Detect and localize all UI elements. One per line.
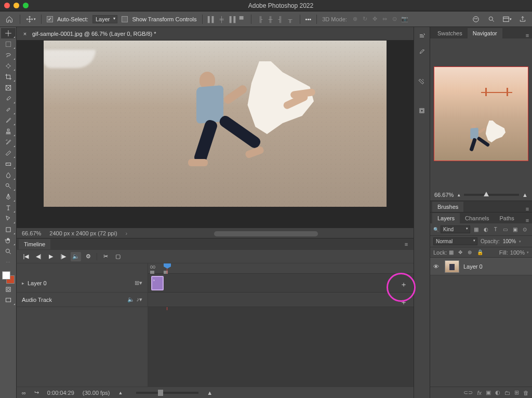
video-clip[interactable]: ›	[151, 276, 164, 290]
link-layers-icon[interactable]: ⊂⊃	[463, 389, 473, 396]
dist-1-icon[interactable]: ╟	[257, 16, 265, 23]
filter-shape-icon[interactable]: ▭	[501, 225, 510, 234]
swatches-tab[interactable]: Swatches	[432, 28, 468, 38]
quick-select-tool[interactable]	[1, 61, 16, 71]
zoom-in-icon[interactable]: ▲	[522, 192, 528, 198]
stamp-tool[interactable]	[1, 126, 16, 137]
tool-edit[interactable]: ⋯	[1, 257, 16, 268]
shape-tool[interactable]	[1, 224, 16, 235]
blend-mode-dropdown[interactable]: Normal	[433, 237, 477, 245]
path-select-tool[interactable]	[1, 214, 16, 224]
play-icon[interactable]: ▶	[46, 252, 56, 261]
home-icon[interactable]	[4, 14, 15, 24]
search-icon[interactable]	[486, 14, 497, 24]
libraries-panel-icon[interactable]	[416, 105, 428, 116]
color-swatches[interactable]	[2, 271, 15, 284]
frame-tool[interactable]	[1, 83, 16, 93]
split-clip-icon[interactable]: ✂	[100, 252, 111, 261]
lock-all-icon[interactable]: 🔒	[477, 249, 484, 255]
zoom-level-readout[interactable]: 66.67%	[22, 230, 41, 236]
layer-group-icon[interactable]: 🗀	[504, 390, 510, 396]
new-layer-icon[interactable]: ⊞	[514, 389, 519, 396]
auto-select-dropdown[interactable]: Layer	[92, 15, 118, 23]
crop-tool[interactable]	[1, 72, 16, 82]
navigator-preview[interactable]	[434, 67, 528, 161]
add-media-button[interactable]: ＋	[399, 280, 408, 289]
zoom-out-icon[interactable]: ▲	[457, 193, 461, 197]
timeline-export-icon[interactable]: ↪	[34, 389, 39, 396]
panel-menu-icon[interactable]: ≡	[523, 206, 532, 212]
layer-mask-icon[interactable]: ▣	[486, 389, 491, 396]
show-transform-checkbox[interactable]	[122, 16, 128, 22]
fill-value[interactable]: 100%	[510, 249, 525, 256]
filter-smart-icon[interactable]: ▣	[511, 225, 519, 234]
brushes-tab[interactable]: Brushes	[432, 202, 463, 212]
foreground-color[interactable]	[2, 271, 10, 280]
timeline-track-layer0[interactable]: ▸ Layer 0 ⊞▾	[17, 274, 148, 293]
layer-filter-dropdown[interactable]: Kind	[441, 225, 470, 233]
dist-3-icon[interactable]: ╢	[276, 16, 285, 23]
close-tab-icon[interactable]: ×	[22, 31, 28, 37]
gradient-tool[interactable]	[1, 159, 16, 169]
transition-icon[interactable]: ▢	[113, 252, 123, 261]
track-options-icon[interactable]: ⊞▾	[135, 280, 142, 286]
heal-tool[interactable]	[1, 104, 16, 115]
lock-artboard-icon[interactable]: ⊕	[468, 249, 475, 255]
eyedropper-tool[interactable]	[1, 94, 16, 104]
properties-panel-icon[interactable]	[416, 47, 428, 58]
navigator-tab[interactable]: Navigator	[468, 28, 502, 38]
document-tab-title[interactable]: gif-sample-0001.jpg @ 66.7% (Layer 0, RG…	[32, 31, 156, 37]
canvas[interactable]	[17, 41, 414, 228]
maximize-window-button[interactable]	[23, 3, 29, 8]
status-chevron-icon[interactable]: ›	[126, 230, 128, 236]
audio-options-icon[interactable]: ♪▾	[137, 296, 143, 303]
paths-tab[interactable]: Paths	[495, 213, 520, 223]
audio-track-row[interactable]	[148, 293, 414, 307]
navigator-zoom-slider[interactable]	[464, 194, 519, 196]
marquee-tool[interactable]	[1, 39, 16, 49]
filter-pixel-icon[interactable]: ▦	[472, 225, 480, 234]
dodge-tool[interactable]	[1, 181, 16, 191]
opacity-value[interactable]: 100%	[503, 238, 516, 244]
filter-toggle-icon[interactable]: ⊙	[521, 225, 529, 234]
panel-menu-icon[interactable]: ≡	[523, 32, 532, 38]
zoom-in-icon[interactable]: ▲	[207, 390, 212, 396]
expand-track-icon[interactable]: ▸	[22, 281, 24, 286]
delete-layer-icon[interactable]: 🗑	[523, 390, 529, 396]
video-track-row[interactable]: ›	[148, 274, 414, 293]
layer-row[interactable]: 👁 Layer 0	[430, 258, 532, 275]
timeline-track-audio[interactable]: Audio Track 🔈 ♪▾	[17, 293, 148, 307]
align-top-icon[interactable]: ▀	[237, 16, 246, 23]
history-brush-tool[interactable]	[1, 137, 16, 148]
workspace-switcher-icon[interactable]: ▾	[502, 14, 512, 24]
timeline-tab[interactable]: Timeline	[19, 239, 50, 249]
more-options[interactable]: •••	[305, 16, 312, 22]
align-left-icon[interactable]: ▌▌	[208, 16, 216, 23]
quick-mask-tool[interactable]	[1, 284, 16, 295]
hand-tool[interactable]	[1, 235, 16, 246]
align-center-h-icon[interactable]: ╪	[218, 16, 226, 23]
timeline-zoom-slider[interactable]	[136, 392, 198, 394]
lasso-tool[interactable]	[1, 50, 16, 60]
layer-thumbnail[interactable]	[445, 260, 459, 273]
pen-tool[interactable]	[1, 192, 16, 202]
adjustments-panel-icon[interactable]	[416, 76, 428, 87]
zoom-tool[interactable]	[1, 246, 16, 257]
filter-adjust-icon[interactable]: ◐	[482, 225, 490, 234]
timeline-settings-icon[interactable]: ⚙	[83, 252, 94, 261]
document-dimensions[interactable]: 2400 px x 2400 px (72 ppi)	[49, 230, 117, 236]
share-icon[interactable]	[517, 14, 528, 24]
go-to-first-frame-icon[interactable]: |◀	[21, 252, 31, 261]
blur-tool[interactable]	[1, 170, 16, 180]
panel-menu-icon[interactable]: ≡	[523, 217, 532, 223]
move-tool-icon[interactable]: ▾	[25, 14, 36, 24]
brush-tool[interactable]	[1, 115, 16, 126]
audio-mute-icon[interactable]: 🔈	[127, 296, 135, 303]
cloud-icon[interactable]	[471, 14, 481, 24]
layer-fx-icon[interactable]: fx	[477, 390, 482, 396]
lock-position-icon[interactable]: ✥	[458, 249, 466, 255]
dist-2-icon[interactable]: ╫	[267, 16, 275, 23]
next-frame-icon[interactable]: |▶	[58, 252, 69, 261]
screen-mode-tool[interactable]	[1, 295, 16, 306]
layers-tab[interactable]: Layers	[432, 213, 460, 223]
